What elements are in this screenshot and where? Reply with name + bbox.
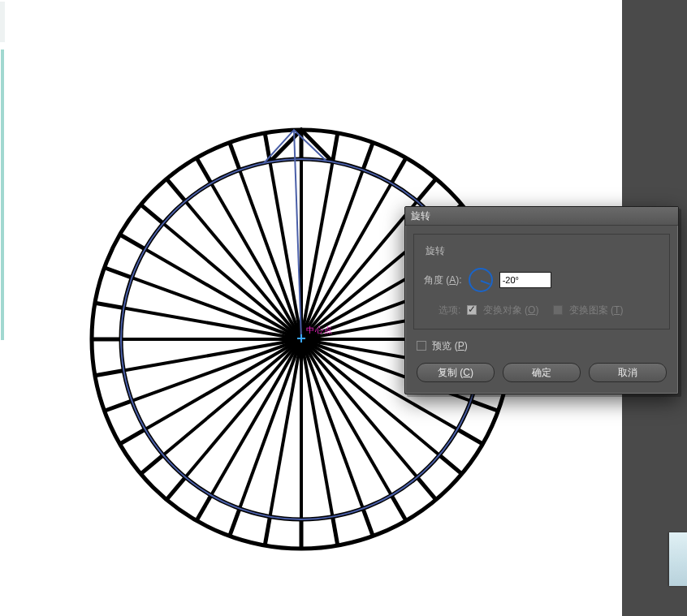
dialog-title[interactable]: 旋转 <box>405 207 678 226</box>
copy-button[interactable]: 复制 (C) <box>417 363 495 382</box>
dock-highlight <box>669 532 687 586</box>
transform-patterns-option[interactable]: 变换图案 (T) <box>553 304 623 317</box>
transform-objects-option[interactable]: 变换对象 (O) <box>467 304 538 317</box>
svg-line-13 <box>471 401 499 411</box>
svg-line-19 <box>333 517 338 545</box>
svg-line-6 <box>417 179 436 201</box>
svg-line-14 <box>457 429 482 444</box>
options-label: 选项: <box>439 304 460 317</box>
svg-line-25 <box>140 455 163 474</box>
angle-row: 角度 (A): <box>424 268 659 292</box>
svg-line-33 <box>140 205 163 223</box>
svg-line-24 <box>166 477 185 500</box>
svg-line-21 <box>265 517 270 545</box>
preview-row: 预览 (P) <box>417 339 678 353</box>
section-title: 旋转 <box>426 244 659 258</box>
svg-line-16 <box>417 477 436 500</box>
svg-line-28 <box>95 371 123 376</box>
svg-line-4 <box>363 143 373 170</box>
svg-line-15 <box>439 455 462 474</box>
angle-dial-icon[interactable] <box>469 268 493 292</box>
ok-button[interactable]: 确定 <box>503 363 581 382</box>
svg-line-31 <box>105 268 132 278</box>
svg-line-22 <box>230 509 240 536</box>
svg-line-23 <box>197 495 211 520</box>
svg-line-18 <box>363 509 373 536</box>
svg-line-32 <box>120 235 145 249</box>
svg-line-35 <box>197 158 211 183</box>
options-row: 选项: 变换对象 (O) 变换图案 (T) <box>439 304 659 317</box>
angle-label: 角度 (A): <box>424 274 462 287</box>
left-mini-panel <box>0 49 5 341</box>
dialog-button-bar: 复制 (C) 确定 取消 <box>405 353 678 394</box>
app-stage: 中心点 旋转 旋转 角度 (A): 选项: 变换对象 (O) <box>0 0 687 616</box>
svg-line-36 <box>230 143 240 170</box>
rotate-section: 旋转 角度 (A): 选项: 变换对象 (O) 变换图案 (T) <box>413 234 670 330</box>
angle-input[interactable] <box>499 272 551 288</box>
svg-line-5 <box>391 158 406 183</box>
rotate-dialog: 旋转 旋转 角度 (A): 选项: 变换对象 (O) 变换图案 (T) <box>404 206 679 394</box>
svg-line-3 <box>333 133 338 162</box>
svg-line-30 <box>95 303 123 308</box>
preview-checkbox[interactable] <box>417 341 426 351</box>
transform-objects-checkbox[interactable] <box>467 305 477 315</box>
svg-line-34 <box>166 179 185 201</box>
svg-line-17 <box>391 495 406 520</box>
svg-line-26 <box>120 429 145 444</box>
cancel-button[interactable]: 取消 <box>589 363 667 382</box>
svg-line-27 <box>105 401 132 411</box>
transform-patterns-checkbox <box>553 305 563 315</box>
preview-option[interactable]: 预览 (P) <box>417 339 468 353</box>
